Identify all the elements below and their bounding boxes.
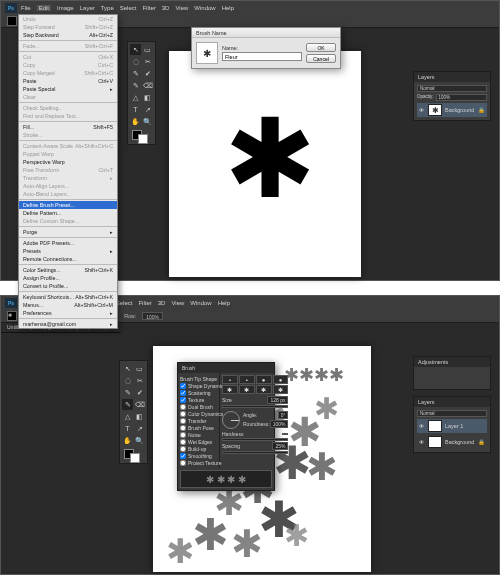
layers-tab[interactable]: Layers [414, 72, 490, 82]
brush-section[interactable]: Dual Brush [180, 403, 217, 410]
visibility-icon[interactable]: 👁 [419, 107, 425, 113]
zoom-tool-icon[interactable]: 🔍 [134, 435, 145, 446]
menu-type[interactable]: Type [101, 5, 114, 11]
tool-preset-icon[interactable] [7, 16, 17, 26]
layer-background[interactable]: 👁 Background 🔒 [417, 435, 487, 449]
brush-section[interactable]: Wet Edges [180, 438, 217, 445]
color-swatches-icon[interactable] [130, 128, 153, 142]
hardness-slider[interactable] [222, 438, 288, 441]
hand-tool-icon[interactable]: ✋ [122, 435, 133, 446]
layers-tab[interactable]: Layers [414, 397, 490, 407]
document-canvas[interactable]: ✱ [169, 51, 361, 277]
brush-section[interactable]: Brush Pose [180, 424, 217, 431]
edit-menu-item[interactable]: Keyboard Shortcuts...Alt+Shift+Ctrl+K [19, 293, 117, 301]
menu-window[interactable]: Window [190, 300, 211, 306]
size-slider[interactable] [222, 405, 288, 408]
lasso-tool-icon[interactable]: ◌ [130, 56, 141, 67]
heal-tool-icon[interactable]: ✔ [134, 387, 145, 398]
brush-tool-icon[interactable]: ✎ [122, 399, 133, 410]
lasso-tool-icon[interactable]: ◌ [122, 375, 133, 386]
pen-tool-icon[interactable]: ↗ [142, 104, 153, 115]
menu-3d[interactable]: 3D [162, 5, 170, 11]
zoom-tool-icon[interactable]: 🔍 [142, 116, 153, 127]
edit-menu-item[interactable]: Step BackwardAlt+Ctrl+Z [19, 31, 117, 39]
brush-tips-grid[interactable]: ••●● ✱✱✱✱ [222, 375, 288, 394]
eyedropper-tool-icon[interactable]: ✎ [130, 68, 141, 79]
angle-ring[interactable] [222, 411, 240, 429]
edit-menu-item[interactable]: marhensa@gmail.com▸ [19, 320, 117, 328]
visibility-icon[interactable]: 👁 [419, 423, 425, 429]
crop-tool-icon[interactable]: ✂ [142, 56, 153, 67]
menu-window[interactable]: Window [194, 5, 215, 11]
brush-section[interactable]: Transfer [180, 417, 217, 424]
brush-tab[interactable]: Brush [178, 363, 274, 373]
layer-1[interactable]: 👁 Layer 1 [417, 419, 487, 433]
flow-field[interactable]: 100% [142, 312, 163, 320]
brush-section[interactable]: Protect Texture [180, 459, 217, 466]
menu-filter[interactable]: Filter [142, 5, 155, 11]
cancel-button[interactable]: Cancel [306, 54, 336, 63]
type-tool-icon[interactable]: T [122, 423, 133, 434]
visibility-icon[interactable]: 👁 [419, 439, 425, 445]
edit-menu-item[interactable]: Menus...Alt+Shift+Ctrl+M [19, 301, 117, 309]
move-tool-icon[interactable]: ↖ [122, 363, 133, 374]
ok-button[interactable]: OK [306, 43, 336, 52]
crop-tool-icon[interactable]: ✂ [134, 375, 145, 386]
menu-image[interactable]: Image [57, 5, 74, 11]
menu-select[interactable]: Select [120, 5, 137, 11]
edit-menu-item[interactable]: Color Settings...Shift+Ctrl+K [19, 266, 117, 274]
gradient-tool-icon[interactable]: △ [130, 92, 141, 103]
brush-tool-icon[interactable]: ✎ [130, 80, 141, 91]
menu-layer[interactable]: Layer [80, 5, 95, 11]
size-value[interactable]: 128 px [267, 396, 288, 404]
layer-background[interactable]: 👁 ✱ Background 🔒 [417, 103, 487, 117]
pen-tool-icon[interactable]: ↗ [134, 423, 145, 434]
marquee-tool-icon[interactable]: ▭ [134, 363, 145, 374]
edit-menu-item[interactable]: Perspective Warp [19, 158, 117, 166]
menu-3d[interactable]: 3D [158, 300, 166, 306]
edit-menu-item[interactable]: PasteCtrl+V [19, 77, 117, 85]
brush-section[interactable]: Noise [180, 431, 217, 438]
menu-file[interactable]: File [21, 5, 31, 11]
menu-select[interactable]: Select [116, 300, 133, 306]
edit-menu-item[interactable]: Purge▸ [19, 228, 117, 236]
menu-filter[interactable]: Filter [138, 300, 151, 306]
edit-menu-item[interactable]: Fill...Shift+F5 [19, 123, 117, 131]
brush-section[interactable]: Smoothing [180, 452, 217, 459]
marquee-tool-icon[interactable]: ▭ [142, 44, 153, 55]
spacing-slider[interactable] [222, 451, 288, 454]
edit-menu-item[interactable]: Paste Special▸ [19, 85, 117, 93]
blend-mode-select[interactable]: Normal [417, 85, 487, 92]
brush-name-input[interactable] [222, 52, 302, 61]
edit-menu-item[interactable]: Assign Profile... [19, 274, 117, 282]
dodge-tool-icon[interactable]: ◧ [142, 92, 153, 103]
edit-menu-item[interactable]: Preferences▸ [19, 309, 117, 317]
heal-tool-icon[interactable]: ✔ [142, 68, 153, 79]
eyedropper-tool-icon[interactable]: ✎ [122, 387, 133, 398]
menu-view[interactable]: View [171, 300, 184, 306]
menu-help[interactable]: Help [218, 300, 230, 306]
gradient-tool-icon[interactable]: △ [122, 411, 133, 422]
color-swatches-icon[interactable] [122, 447, 145, 461]
menu-help[interactable]: Help [222, 5, 234, 11]
edit-menu-item[interactable]: Remote Connections... [19, 255, 117, 263]
edit-menu-item[interactable]: Define Brush Preset... [19, 201, 117, 209]
brush-section[interactable]: Shape Dynamics [180, 382, 217, 389]
type-tool-icon[interactable]: T [130, 104, 141, 115]
menu-view[interactable]: View [175, 5, 188, 11]
brush-section[interactable]: Texture [180, 396, 217, 403]
edit-menu-item[interactable]: Convert to Profile... [19, 282, 117, 290]
eraser-tool-icon[interactable]: ⌫ [142, 80, 153, 91]
move-tool-icon[interactable]: ↖ [130, 44, 141, 55]
brush-section[interactable]: Build-up [180, 445, 217, 452]
menu-edit[interactable]: Edit [37, 5, 51, 11]
brush-preset-icon[interactable]: ✱ [7, 311, 17, 321]
brush-section[interactable]: Brush Tip Shape [180, 375, 217, 382]
hand-tool-icon[interactable]: ✋ [130, 116, 141, 127]
edit-menu-item[interactable]: Presets▸ [19, 247, 117, 255]
eraser-tool-icon[interactable]: ⌫ [134, 399, 145, 410]
dodge-tool-icon[interactable]: ◧ [134, 411, 145, 422]
edit-menu-item[interactable]: Define Pattern... [19, 209, 117, 217]
brush-section[interactable]: Scattering [180, 389, 217, 396]
edit-menu-item[interactable]: Adobe PDF Presets... [19, 239, 117, 247]
